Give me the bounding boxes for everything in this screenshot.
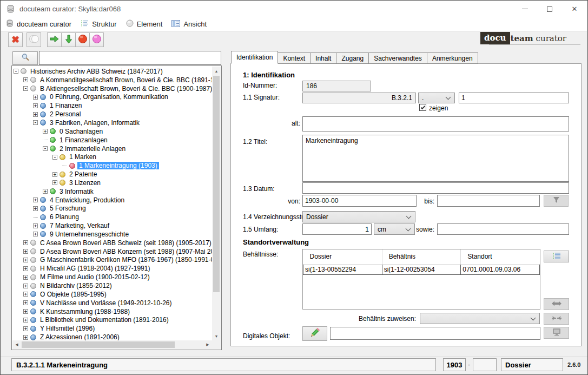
tree-item[interactable]: + G Maschinenfabrik Oerlikon MFO (1876-1… bbox=[12, 256, 212, 265]
behaeltnis-zuweisen-dropdown[interactable] bbox=[420, 313, 540, 324]
tree-expander-icon[interactable]: + bbox=[43, 129, 48, 134]
tree-expander-icon[interactable]: - bbox=[33, 120, 38, 125]
tree-item[interactable]: + 0 Führung, Organisation, Kommunikation bbox=[12, 93, 212, 102]
tree-expander-icon[interactable]: + bbox=[23, 266, 28, 271]
tree-expander-icon[interactable]: + bbox=[23, 258, 28, 262]
tree-item[interactable]: + 3 Informatik bbox=[12, 187, 212, 196]
tree-expander-icon[interactable]: - bbox=[14, 69, 18, 74]
swap-container-button[interactable] bbox=[544, 298, 569, 310]
tree-expander-icon[interactable]: + bbox=[23, 77, 28, 82]
tree-item[interactable]: + 2 Personal bbox=[12, 110, 212, 119]
tree-item[interactable]: + V Nachlässe und Vorlässe (1949-2012-10… bbox=[12, 299, 212, 307]
tree-expander-icon[interactable]: + bbox=[23, 300, 28, 305]
menu-element[interactable]: Element bbox=[126, 19, 163, 29]
tree-expander-icon[interactable]: - bbox=[43, 146, 48, 151]
tree-expander-icon[interactable]: + bbox=[33, 206, 38, 211]
tree-expander-icon[interactable]: + bbox=[23, 309, 28, 314]
tree-expander-icon[interactable]: + bbox=[33, 223, 38, 228]
column-header-standort[interactable]: Standort bbox=[461, 249, 540, 265]
signatur-separator-dropdown[interactable]: . bbox=[418, 93, 455, 103]
move-right-button[interactable] bbox=[47, 32, 62, 47]
tree-item[interactable]: 6 Planung bbox=[12, 213, 212, 221]
tree-horizontal-scrollbar[interactable]: ◀ ▶ bbox=[12, 340, 212, 349]
tree-expander-icon[interactable]: - bbox=[52, 155, 57, 160]
tree-expander-icon[interactable] bbox=[33, 217, 38, 218]
tree-expander-icon[interactable]: + bbox=[23, 318, 28, 323]
tree-expander-icon[interactable]: + bbox=[23, 275, 28, 280]
tree-expander-icon[interactable]: + bbox=[33, 95, 38, 100]
tree-expander-icon[interactable]: + bbox=[23, 240, 28, 245]
titel-textarea[interactable]: Markeneintragung bbox=[302, 135, 569, 182]
pink-marker-button[interactable] bbox=[89, 32, 104, 47]
tab[interactable]: Anmerkungen bbox=[427, 52, 478, 64]
signatur-number-input[interactable] bbox=[459, 93, 569, 103]
tree-item[interactable]: + Y Hilfsmittel (1996) bbox=[12, 324, 212, 333]
tab[interactable]: Kontext bbox=[278, 52, 310, 64]
tab[interactable]: Zugang bbox=[336, 52, 369, 64]
scroll-up-icon[interactable]: ▲ bbox=[212, 67, 221, 75]
tree-item[interactable]: - Historisches Archiv ABB Schweiz (1847-… bbox=[12, 67, 212, 76]
tree-expander-icon[interactable] bbox=[62, 166, 67, 166]
tree-expander-icon[interactable]: + bbox=[23, 284, 28, 288]
search-button[interactable] bbox=[12, 51, 38, 65]
menu-docuteam-curator[interactable]: docuteam curator bbox=[6, 19, 71, 29]
tree-item[interactable]: + K Kunstsammlung (1988-1988) bbox=[12, 307, 212, 316]
tree-item[interactable]: + 1 Finanzen bbox=[12, 101, 212, 110]
tree-expander-icon[interactable]: + bbox=[33, 198, 38, 202]
view-digital-object-button[interactable] bbox=[544, 327, 569, 339]
tree-item[interactable]: + C Asea Brown Boveri ABB Schweiz (seit … bbox=[12, 239, 212, 247]
tree-expander-icon[interactable]: + bbox=[43, 189, 48, 194]
tree-item[interactable]: + 0 Sachanlagen bbox=[12, 127, 212, 136]
tree-vertical-scrollbar[interactable]: ▲ ▼ bbox=[212, 67, 221, 340]
link-circles-button[interactable] bbox=[27, 32, 41, 47]
tree-expander-icon[interactable] bbox=[43, 140, 48, 140]
delete-button[interactable]: ✖ bbox=[8, 32, 23, 47]
move-down-button[interactable] bbox=[61, 32, 76, 47]
close-button[interactable]: ✕ bbox=[562, 1, 587, 17]
datum-input[interactable] bbox=[302, 182, 569, 194]
minimize-button[interactable] bbox=[512, 1, 537, 17]
tree-expander-icon[interactable]: + bbox=[23, 335, 28, 340]
date-filter-button[interactable] bbox=[544, 195, 569, 207]
maximize-button[interactable] bbox=[537, 1, 562, 17]
assign-container-button[interactable] bbox=[544, 313, 569, 325]
tree-item[interactable]: + 7 Marketing, Verkauf bbox=[12, 221, 212, 230]
scroll-left-icon[interactable]: ◀ bbox=[12, 340, 21, 349]
column-header-behaeltnis[interactable]: Behältnis bbox=[382, 249, 461, 265]
tree-item[interactable]: + Z Akzessionen (1891-2006) bbox=[12, 333, 212, 340]
menu-ansicht[interactable]: Ansicht bbox=[171, 20, 207, 29]
scroll-down-icon[interactable]: ▼ bbox=[212, 332, 221, 340]
tree-item[interactable]: + 5 Forschung bbox=[12, 205, 212, 213]
tree-item[interactable]: + D Asea Brown Boveri ABB Konzern (seit … bbox=[12, 247, 212, 256]
tree-expander-icon[interactable]: + bbox=[52, 180, 57, 185]
tree-expander-icon[interactable]: + bbox=[23, 249, 28, 254]
table-row[interactable]: si(1-13-00552294 si(1-12-00253054 0701.0… bbox=[303, 265, 540, 275]
tree-item[interactable]: + N Bildarchiv (1855-2012) bbox=[12, 281, 212, 290]
zeigen-checkbox[interactable] bbox=[419, 104, 426, 111]
tree-expander-icon[interactable]: + bbox=[23, 292, 28, 297]
tree-item[interactable]: + O Objekte (1895-1995) bbox=[12, 290, 212, 299]
tree-item[interactable]: + 9 Unternehmensgeschichte bbox=[12, 230, 212, 239]
von-input[interactable] bbox=[302, 195, 417, 207]
tree-item[interactable]: 1 Markeneintragung (1903) bbox=[12, 161, 212, 170]
verzeichnungsstufe-dropdown[interactable]: Dossier bbox=[302, 211, 415, 222]
edit-digital-object-button[interactable] bbox=[302, 326, 327, 341]
tree-expander-icon[interactable]: + bbox=[33, 103, 38, 108]
tree-item[interactable]: + A Kommanditgesellschaft Brown, Boveri … bbox=[12, 76, 212, 84]
tree-item[interactable]: + 4 Entwicklung, Produktion bbox=[12, 196, 212, 205]
tree-item[interactable]: - B Aktiengesellschaft Brown, Boveri & C… bbox=[12, 84, 212, 93]
tree-item[interactable]: 1 Finanzanlagen bbox=[12, 136, 212, 144]
alt-input[interactable] bbox=[302, 116, 569, 131]
horizontal-scroll-thumb[interactable] bbox=[22, 341, 175, 348]
vertical-scroll-thumb[interactable] bbox=[213, 76, 220, 292]
tree-item[interactable]: - 1 Marken bbox=[12, 153, 212, 161]
search-input[interactable] bbox=[39, 51, 221, 65]
tree-item[interactable]: + L Bibliothek und Dokumentation (1891-2… bbox=[12, 315, 212, 324]
bis-input[interactable] bbox=[437, 195, 540, 207]
red-marker-button[interactable] bbox=[75, 32, 90, 47]
menu-struktur[interactable]: Struktur bbox=[81, 19, 117, 29]
tab[interactable]: Sachverwandtes bbox=[368, 52, 427, 64]
tab[interactable]: Inhalt bbox=[310, 52, 336, 64]
sowie-input[interactable] bbox=[437, 223, 569, 235]
scroll-right-icon[interactable]: ▶ bbox=[203, 340, 212, 349]
